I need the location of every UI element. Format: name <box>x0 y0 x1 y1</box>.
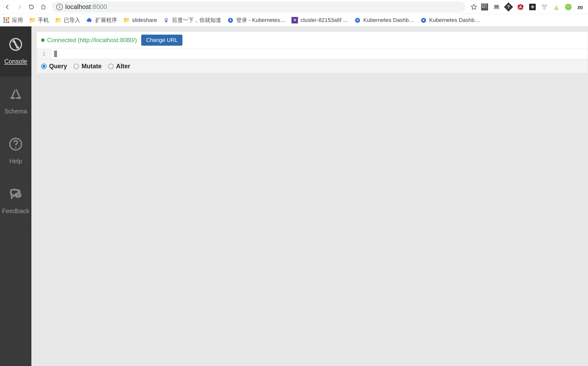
feedback-icon <box>9 187 23 204</box>
bookmarks-bar: 应用 📁 手机 📁 已导入 扩展程序 📁 slideshare 百度一下，你就知… <box>0 14 588 26</box>
url-text: localhost:8000 <box>65 3 107 11</box>
radio-icon <box>108 64 114 69</box>
svg-rect-19 <box>10 97 15 99</box>
svg-point-7 <box>166 18 167 19</box>
connection-status: Connected (http://localhost:8080/) <box>41 37 137 44</box>
kubernetes-icon <box>227 17 234 23</box>
svg-rect-20 <box>16 97 21 99</box>
line-number: 1 <box>37 49 52 59</box>
bookmark-item[interactable]: 📁 slideshare <box>123 17 157 23</box>
console-icon <box>9 37 23 54</box>
sidebar-item-label: Console <box>4 58 27 65</box>
svg-point-18 <box>17 46 19 48</box>
download-extension-icon[interactable] <box>553 3 560 11</box>
radio-label: Mutate <box>81 63 102 70</box>
status-dot-icon <box>41 38 45 42</box>
sidebar-item-label: Schema <box>4 108 27 115</box>
back-button[interactable] <box>2 2 12 12</box>
reload-button[interactable] <box>26 2 36 12</box>
m-extension-icon[interactable]: m <box>577 3 584 11</box>
radio-alter[interactable]: Alter <box>108 63 130 70</box>
svg-point-4 <box>544 7 545 9</box>
chain-extension-icon[interactable] <box>541 3 548 11</box>
bookmark-label: 扩展程序 <box>95 16 117 24</box>
svg-point-17 <box>12 41 14 42</box>
radio-icon <box>74 64 79 69</box>
schema-icon <box>9 87 23 104</box>
radio-label: Query <box>49 63 67 70</box>
svg-rect-1 <box>494 8 499 9</box>
apps-shortcut[interactable]: 应用 <box>3 16 23 24</box>
svg-point-22 <box>15 147 16 148</box>
svg-point-15 <box>423 19 424 21</box>
extensions-row: 01010011 ? ✻ m <box>481 3 586 11</box>
svg-point-8 <box>167 18 168 19</box>
radio-label: Alter <box>116 63 130 70</box>
address-bar[interactable]: i localhost:8000 <box>52 1 465 12</box>
bookmark-label: Kubernetes Dashb… <box>363 17 414 23</box>
sidebar-item-help[interactable]: Help <box>0 126 31 176</box>
bookmark-label: 百度一下，你就知道 <box>172 16 221 24</box>
kubernetes-icon <box>354 17 361 23</box>
bookmark-label: cluster-82153a6f … <box>300 17 348 23</box>
text-cursor <box>54 51 57 57</box>
help-icon <box>9 137 23 154</box>
bookmark-label: 手机 <box>38 16 49 24</box>
bookmark-label: 已导入 <box>64 16 80 24</box>
svg-point-9 <box>165 20 167 22</box>
main-area: Console Schema Help Feedback <box>0 26 588 366</box>
url-host: localhost <box>65 3 91 10</box>
bookmark-label: Kubernetes Dashb… <box>429 17 480 23</box>
snowflake-extension-icon[interactable]: ✻ <box>529 3 536 11</box>
bookmark-item[interactable]: Kubernetes Dashb… <box>354 17 414 23</box>
bookmark-item[interactable]: 百度一下，你就知道 <box>163 16 221 24</box>
sidebar-item-feedback[interactable]: Feedback <box>0 176 31 226</box>
svg-point-11 <box>230 19 231 21</box>
x-box-icon: ✕ <box>292 17 298 23</box>
svg-point-13 <box>357 19 358 21</box>
green-dot-extension-icon[interactable] <box>565 3 572 11</box>
bookmark-label: slideshare <box>132 17 157 23</box>
paw-icon <box>163 17 169 23</box>
bookmark-label: 登录 - Kubernetes… <box>236 16 286 24</box>
folder-icon: 📁 <box>123 17 130 23</box>
laptop-extension-icon[interactable] <box>493 3 500 11</box>
site-info-icon[interactable]: i <box>56 4 63 10</box>
bookmark-item[interactable]: 登录 - Kubernetes… <box>227 16 286 24</box>
binary-extension-icon[interactable]: 01010011 <box>481 3 488 11</box>
panel-footer: Query Mutate Alter <box>37 59 588 73</box>
bookmark-item[interactable]: ✕ cluster-82153a6f … <box>292 17 348 23</box>
forward-button[interactable] <box>14 2 24 12</box>
sidebar-item-console[interactable]: Console <box>0 26 31 76</box>
code-input-area[interactable] <box>52 49 588 59</box>
svg-rect-5 <box>554 8 558 9</box>
status-text: Connected (http://localhost:8080/) <box>47 37 137 44</box>
angular-extension-icon[interactable] <box>517 3 524 11</box>
panel-header: Connected (http://localhost:8080/) Chang… <box>37 32 588 49</box>
change-url-button[interactable]: Change URL <box>141 35 182 46</box>
sidebar-item-label: Help <box>9 158 22 165</box>
bookmark-item[interactable]: 📁 手机 <box>29 16 49 24</box>
sidebar-item-label: Feedback <box>2 207 29 215</box>
bookmark-star-button[interactable] <box>469 2 479 12</box>
bookmark-item[interactable]: Kubernetes Dashb… <box>420 17 480 23</box>
svg-rect-0 <box>494 5 499 8</box>
app-sidebar: Console Schema Help Feedback <box>0 26 31 366</box>
radio-query[interactable]: Query <box>41 63 67 70</box>
browser-toolbar: i localhost:8000 01010011 ? ✻ m <box>0 0 588 14</box>
radio-mutate[interactable]: Mutate <box>74 63 102 70</box>
bookmark-item[interactable]: 扩展程序 <box>86 16 117 24</box>
home-button[interactable] <box>38 2 48 12</box>
kubernetes-icon <box>420 17 427 23</box>
code-editor[interactable]: 1 <box>37 49 588 59</box>
content-area: Connected (http://localhost:8080/) Chang… <box>31 26 588 366</box>
bookmark-item[interactable]: 📁 已导入 <box>55 16 80 24</box>
folder-icon: 📁 <box>55 17 61 23</box>
svg-point-6 <box>164 18 165 19</box>
sidebar-item-schema[interactable]: Schema <box>0 76 31 126</box>
radio-icon <box>41 64 47 69</box>
puzzle-icon <box>86 17 93 23</box>
question-extension-icon[interactable]: ? <box>505 3 512 11</box>
query-panel: Connected (http://localhost:8080/) Chang… <box>36 31 588 74</box>
apps-grid-icon <box>3 17 9 23</box>
